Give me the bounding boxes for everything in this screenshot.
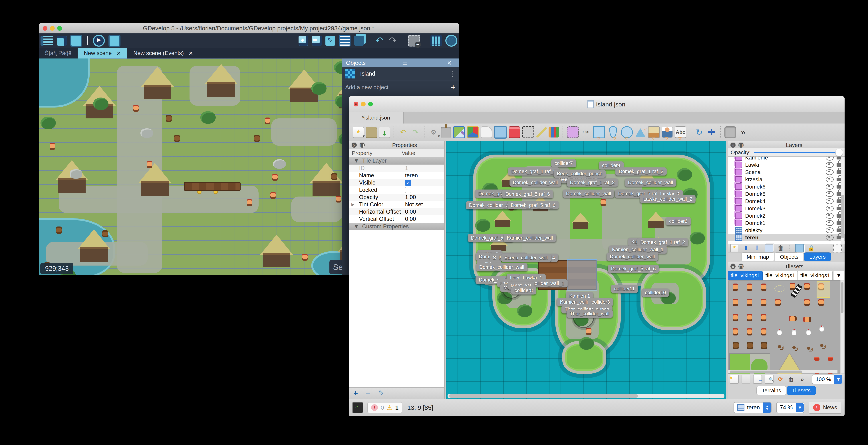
tileset-sprite-viking[interactable] <box>747 299 752 306</box>
layer-row-domek3[interactable]: Domek3 <box>728 205 844 212</box>
new-map-icon[interactable]: ▾ <box>353 127 364 138</box>
duplicate-layer-icon[interactable] <box>765 244 773 252</box>
tileset-sprite-viking[interactable] <box>775 299 781 306</box>
issues-indicator[interactable]: ! 0 ⚠ 1 <box>367 402 402 413</box>
tileset-tab-1[interactable]: tile_vikings1 <box>763 271 798 280</box>
unlocked-padlock-icon[interactable] <box>837 185 841 189</box>
property-row-vertical-offset[interactable]: Vertical Offset0,00 <box>349 215 444 223</box>
add-property-icon[interactable]: + <box>353 389 358 397</box>
shape-fill-icon[interactable] <box>467 126 479 138</box>
map-hscrollbar-thumb[interactable] <box>449 394 638 398</box>
tileset-sprite-chicken[interactable] <box>792 330 796 335</box>
insert-text-icon[interactable]: Abc▽ <box>675 126 686 138</box>
undo-icon[interactable]: ↶ <box>398 127 408 137</box>
layer-row-obiekty[interactable]: obiekty <box>728 227 844 234</box>
panel-close-icon[interactable]: ✕ <box>351 142 357 148</box>
console-icon[interactable]: >_ <box>352 402 364 413</box>
zoom-1-1-icon[interactable]: 1:1 <box>445 35 457 47</box>
lower-layer-icon[interactable]: ⬇ <box>753 245 761 252</box>
tileset-sprite-crab[interactable] <box>814 357 819 361</box>
undo-icon[interactable]: ↶ <box>374 36 384 45</box>
layer-row-teren[interactable]: teren <box>728 234 844 241</box>
spinner-icon[interactable]: ▲▼ <box>763 403 771 413</box>
close-icon[interactable]: ✕ <box>444 60 455 66</box>
property-value[interactable] <box>402 186 444 194</box>
close-button[interactable] <box>43 26 48 31</box>
dock-tab-objects[interactable]: Objects <box>775 252 804 261</box>
tileset-sprite-chicken[interactable] <box>819 326 824 331</box>
unlocked-padlock-icon[interactable] <box>837 236 841 240</box>
eraser-area-icon[interactable] <box>494 126 507 138</box>
tileset-sprite-viking[interactable] <box>818 299 824 306</box>
tileset-grid[interactable] <box>728 280 840 374</box>
unlocked-padlock-icon[interactable] <box>837 207 841 210</box>
visibility-eye-icon[interactable] <box>826 227 834 233</box>
tileset-sprite-seltile[interactable] <box>816 281 830 298</box>
panel-float-icon[interactable]: ❐ <box>738 142 744 148</box>
tileset-sprite-viking[interactable] <box>747 314 752 321</box>
property-group-custom[interactable]: ▼ Custom Properties <box>349 223 444 230</box>
property-row-tint-color[interactable]: ▶Tint ColorNot set <box>349 201 444 208</box>
export-tileset-icon[interactable] <box>753 375 762 384</box>
embed-tileset-icon[interactable] <box>742 375 750 384</box>
property-value[interactable]: 0,00 <box>402 208 444 215</box>
layer-row-scena[interactable]: Scena <box>728 168 844 176</box>
tab-new-scene[interactable]: New scene✕ <box>78 48 127 59</box>
lock-layers-icon[interactable]: 🔒 <box>808 245 815 252</box>
visibility-eye-icon[interactable] <box>826 235 834 241</box>
current-layer-combo[interactable]: teren ▲▼ <box>734 402 772 413</box>
panel-float-icon[interactable]: ❐ <box>738 263 744 269</box>
show-other-layers-icon[interactable] <box>795 244 804 252</box>
property-row-locked[interactable]: Locked <box>349 186 444 194</box>
tileset-sprite-crab[interactable] <box>828 357 833 361</box>
overflow-icon[interactable]: » <box>798 375 806 383</box>
tileset-sprite-viking[interactable] <box>761 328 767 336</box>
layer-row-domek2[interactable]: Domek2 <box>728 212 844 219</box>
scene-list-icon[interactable] <box>57 36 67 45</box>
bottom-tab-tilesets[interactable]: Tilesets <box>787 386 816 395</box>
tileset-zoom-combo[interactable]: 100 % ▼ <box>812 375 842 384</box>
tileset-tabs-dropdown-icon[interactable]: ▼ <box>833 271 844 280</box>
tileset-sprite-lying[interactable] <box>788 316 797 321</box>
edit-polygons-icon[interactable]: ✑ <box>581 127 591 137</box>
chevron-down-icon[interactable]: ▼ <box>834 375 842 384</box>
unlocked-padlock-icon[interactable] <box>837 157 841 159</box>
layers-scrollbar[interactable] <box>841 157 844 244</box>
property-row-horizontal-offset[interactable]: Horizontal Offset0,00 <box>349 208 444 215</box>
checkbox-checked-icon[interactable]: ✓ <box>405 180 411 186</box>
magic-wand-icon[interactable] <box>536 127 547 137</box>
tool-dropdown-arrow-icon[interactable]: ▽ <box>665 137 668 140</box>
tileset-sprite-viking[interactable] <box>804 299 810 306</box>
open-icon[interactable] <box>366 127 377 138</box>
grid-icon[interactable] <box>430 35 442 46</box>
tool-dropdown-arrow-icon[interactable]: ▽ <box>652 137 655 140</box>
layers-stack-icon[interactable] <box>354 36 364 45</box>
unlocked-padlock-icon[interactable] <box>837 170 841 174</box>
highlight-current-layer-icon[interactable] <box>833 244 842 252</box>
eraser-icon[interactable] <box>508 126 520 138</box>
tileset-sprite-chicken[interactable] <box>806 330 811 335</box>
tab-new-scene-events-[interactable]: New scene (Events)✕ <box>127 48 199 59</box>
layer-row-domek5[interactable]: Domek5 <box>728 190 844 198</box>
move-layer-icon[interactable]: ✛ <box>706 127 717 137</box>
property-row-id[interactable]: ID1 <box>349 165 444 172</box>
select-objects-icon[interactable] <box>567 126 579 138</box>
bucket-fill-icon[interactable] <box>480 126 492 138</box>
property-value[interactable]: Not set <box>402 201 444 208</box>
instances-list-icon[interactable] <box>339 35 350 46</box>
terrain-brush-icon[interactable] <box>453 126 465 138</box>
property-row-visible[interactable]: Visible✓ <box>349 179 444 186</box>
layer-row-lawki[interactable]: Lawki <box>728 161 844 168</box>
minimize-button[interactable] <box>361 102 366 106</box>
panel-close-icon[interactable]: ✕ <box>730 142 736 148</box>
tool-dropdown-arrow-icon[interactable]: ▽ <box>597 137 600 140</box>
select-same-tile-icon[interactable] <box>549 127 559 137</box>
tileset-sprite-viking[interactable] <box>761 314 767 321</box>
panel-float-icon[interactable]: ❐ <box>359 142 365 148</box>
tileset-tab-0[interactable]: tile_vikings1 <box>728 271 763 280</box>
edit-tileset-icon[interactable] <box>765 375 774 384</box>
visibility-eye-icon[interactable] <box>826 191 834 197</box>
layer-row-kamienie[interactable]: Kamienie <box>728 157 844 161</box>
edit-property-icon[interactable]: ✎ <box>378 389 384 398</box>
minimize-button[interactable] <box>50 26 55 31</box>
